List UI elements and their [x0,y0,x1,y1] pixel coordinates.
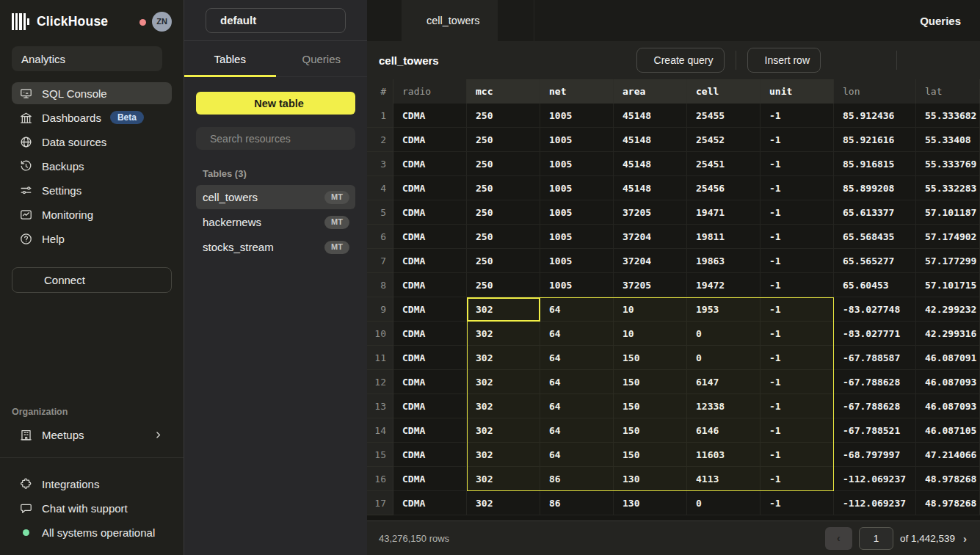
table-cell[interactable]: -1 [761,128,834,152]
sidebar-item-backups[interactable]: Backups [12,155,172,177]
table-cell[interactable]: -67.788628 [834,370,916,394]
row-number[interactable]: 10 [367,322,393,346]
table-cell[interactable]: CDMA [393,346,467,370]
row-number[interactable]: 1 [367,104,393,128]
sidebar-item-dashboards[interactable]: DashboardsBeta [12,106,172,128]
table-cell[interactable]: 64 [540,297,614,322]
sidebar-item-settings[interactable]: Settings [12,179,172,201]
column-header-radio[interactable]: radio [393,79,467,104]
table-cell[interactable]: -67.788587 [834,346,916,370]
table-cell[interactable]: 55.333682 [916,104,980,128]
table-cell[interactable]: CDMA [393,491,467,515]
table-cell[interactable]: 45148 [614,152,687,176]
table-cell[interactable]: 85.921616 [834,128,916,152]
table-cell[interactable]: 25455 [687,104,761,128]
row-number[interactable]: 2 [367,128,393,152]
table-cell[interactable]: CDMA [393,322,467,346]
table-cell[interactable]: CDMA [393,128,467,152]
table-cell[interactable]: 302 [467,467,540,491]
table-cell[interactable]: 48.978268 [916,491,980,515]
table-cell[interactable]: 57.177299 [916,249,980,273]
table-cell[interactable]: 46.087093 [916,394,980,418]
table-cell[interactable]: 0 [687,346,761,370]
table-cell[interactable]: 57.101715 [916,273,980,297]
table-cell[interactable]: CDMA [393,443,467,467]
table-cell[interactable]: CDMA [393,418,467,443]
table-cell[interactable]: 37205 [614,200,687,225]
row-number[interactable]: 16 [367,467,393,491]
table-cell[interactable]: -1 [761,104,834,128]
tab-cell-towers[interactable]: cell_towers [402,0,498,41]
table-cell[interactable]: -112.069237 [834,491,916,515]
table-cell[interactable]: 45148 [614,176,687,200]
table-cell[interactable]: 19811 [687,225,761,249]
table-cell[interactable]: 45148 [614,128,687,152]
table-cell[interactable]: 47.214066 [916,443,980,467]
table-cell[interactable]: 1005 [540,225,614,249]
column-header-unit[interactable]: unit [761,79,834,104]
table-cell[interactable]: 302 [467,346,540,370]
table-cell[interactable]: 55.333769 [916,152,980,176]
row-number[interactable]: 14 [367,418,393,443]
user-avatar[interactable]: ZN [152,12,172,32]
table-cell[interactable]: 1005 [540,249,614,273]
table-cell[interactable]: 12338 [687,394,761,418]
explorer-tab-queries[interactable]: Queries [276,41,368,76]
table-cell[interactable]: 57.101187 [916,200,980,225]
row-number[interactable]: 8 [367,273,393,297]
table-cell[interactable]: 1005 [540,152,614,176]
connect-button[interactable]: Connect [12,267,172,293]
table-cell[interactable]: 11603 [687,443,761,467]
table-cell[interactable]: 25452 [687,128,761,152]
table-cell[interactable]: 65.613377 [834,200,916,225]
download-button[interactable] [908,48,936,73]
table-cell[interactable]: 64 [540,370,614,394]
sort-button[interactable] [857,48,885,73]
table-cell[interactable]: 42.299232 [916,297,980,322]
sidebar-item-meetups[interactable]: Meetups [12,424,172,446]
table-cell[interactable]: -1 [761,322,834,346]
row-number[interactable]: 15 [367,443,393,467]
table-cell[interactable]: 4113 [687,467,761,491]
table-cell[interactable]: 130 [614,467,687,491]
table-cell[interactable]: CDMA [393,394,467,418]
table-list-item-cell_towers[interactable]: cell_towersMT [196,185,355,209]
table-cell[interactable]: 150 [614,394,687,418]
row-number[interactable]: 13 [367,394,393,418]
table-cell[interactable]: 302 [467,370,540,394]
table-cell[interactable]: -68.797997 [834,443,916,467]
table-cell[interactable]: 1005 [540,128,614,152]
table-cell[interactable]: CDMA [393,273,467,297]
table-cell[interactable]: 64 [540,346,614,370]
sidebar-item-monitoring[interactable]: Monitoring [12,203,172,225]
table-cell[interactable]: 1005 [540,176,614,200]
table-cell[interactable]: -67.788521 [834,418,916,443]
table-cell[interactable]: 150 [614,418,687,443]
table-cell[interactable]: -1 [761,370,834,394]
table-cell[interactable]: 150 [614,346,687,370]
column-header-rownum[interactable]: # [367,79,393,104]
table-list-item-stocks_stream[interactable]: stocks_streamMT [196,235,355,259]
table-cell[interactable]: 64 [540,443,614,467]
row-number[interactable]: 3 [367,152,393,176]
table-cell[interactable]: 150 [614,370,687,394]
sidebar-item-data-sources[interactable]: Data sources [12,131,172,153]
table-cell[interactable]: 19863 [687,249,761,273]
table-cell[interactable]: CDMA [393,370,467,394]
column-header-cell[interactable]: cell [687,79,761,104]
row-number[interactable]: 5 [367,200,393,225]
table-cell[interactable]: -1 [761,467,834,491]
insert-row-button[interactable]: Insert row [747,48,821,73]
table-cell[interactable]: 85.916815 [834,152,916,176]
row-number[interactable]: 12 [367,370,393,394]
table-cell[interactable]: 1005 [540,273,614,297]
table-cell[interactable]: -1 [761,297,834,322]
queries-button[interactable]: Queries [913,15,961,27]
table-cell[interactable]: -1 [761,152,834,176]
row-number[interactable]: 9 [367,297,393,322]
column-header-lat[interactable]: lat [916,79,980,104]
table-cell[interactable]: CDMA [393,225,467,249]
table-cell[interactable]: 86 [540,491,614,515]
table-cell[interactable]: 302 [467,322,540,346]
table-cell[interactable]: 6146 [687,418,761,443]
